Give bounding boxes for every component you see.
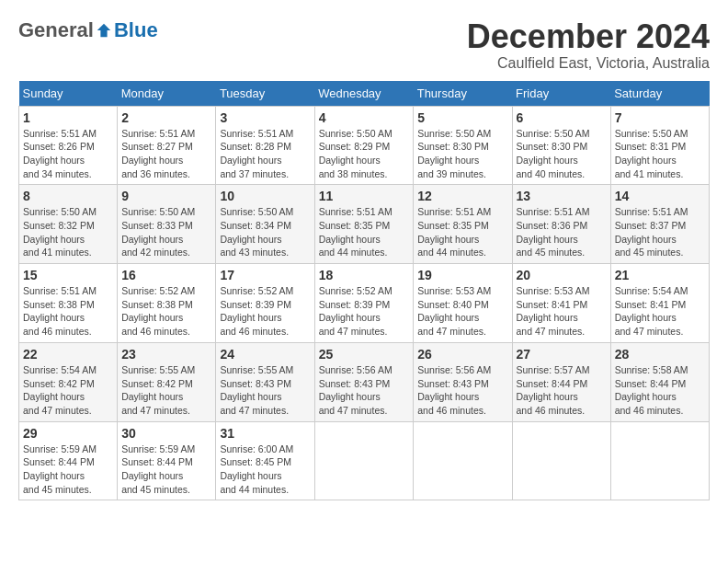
calendar-day-cell: 16 Sunrise: 5:52 AM Sunset: 8:38 PM Dayl… bbox=[118, 264, 216, 343]
day-number: 13 bbox=[517, 189, 607, 203]
day-number: 12 bbox=[417, 189, 507, 203]
calendar-day-cell: 23 Sunrise: 5:55 AM Sunset: 8:42 PM Dayl… bbox=[118, 342, 216, 421]
calendar-header-row: SundayMondayTuesdayWednesdayThursdayFrid… bbox=[19, 81, 710, 107]
day-info: Sunrise: 5:53 AM Sunset: 8:41 PM Dayligh… bbox=[517, 284, 607, 339]
calendar-week-row: 29 Sunrise: 5:59 AM Sunset: 8:44 PM Dayl… bbox=[19, 421, 710, 500]
calendar-day-cell bbox=[414, 421, 512, 500]
calendar-day-cell: 18 Sunrise: 5:52 AM Sunset: 8:39 PM Dayl… bbox=[314, 264, 414, 343]
calendar-day-cell: 21 Sunrise: 5:54 AM Sunset: 8:41 PM Dayl… bbox=[610, 264, 709, 343]
day-header: Monday bbox=[118, 81, 216, 107]
calendar-day-cell: 29 Sunrise: 5:59 AM Sunset: 8:44 PM Dayl… bbox=[19, 421, 118, 500]
day-number: 19 bbox=[417, 268, 507, 282]
day-info: Sunrise: 5:55 AM Sunset: 8:43 PM Dayligh… bbox=[220, 363, 310, 418]
day-info: Sunrise: 5:50 AM Sunset: 8:34 PM Dayligh… bbox=[220, 205, 310, 259]
day-number: 2 bbox=[121, 110, 211, 125]
calendar-day-cell: 9 Sunrise: 5:50 AM Sunset: 8:33 PM Dayli… bbox=[118, 185, 216, 264]
calendar-day-cell bbox=[314, 421, 414, 500]
svg-marker-0 bbox=[97, 24, 110, 37]
day-info: Sunrise: 5:52 AM Sunset: 8:39 PM Dayligh… bbox=[319, 284, 410, 339]
calendar-day-cell: 20 Sunrise: 5:53 AM Sunset: 8:41 PM Dayl… bbox=[512, 264, 610, 343]
day-info: Sunrise: 5:51 AM Sunset: 8:28 PM Dayligh… bbox=[220, 127, 310, 181]
calendar-day-cell: 19 Sunrise: 5:53 AM Sunset: 8:40 PM Dayl… bbox=[414, 264, 512, 343]
calendar-day-cell: 26 Sunrise: 5:56 AM Sunset: 8:43 PM Dayl… bbox=[414, 342, 512, 421]
calendar-day-cell: 27 Sunrise: 5:57 AM Sunset: 8:44 PM Dayl… bbox=[512, 342, 610, 421]
day-number: 10 bbox=[220, 189, 310, 203]
calendar-day-cell: 5 Sunrise: 5:50 AM Sunset: 8:30 PM Dayli… bbox=[414, 106, 512, 185]
day-number: 30 bbox=[121, 426, 211, 441]
day-info: Sunrise: 5:50 AM Sunset: 8:33 PM Dayligh… bbox=[121, 205, 211, 259]
day-info: Sunrise: 5:50 AM Sunset: 8:30 PM Dayligh… bbox=[517, 127, 607, 181]
calendar-week-row: 1 Sunrise: 5:51 AM Sunset: 8:26 PM Dayli… bbox=[19, 106, 710, 185]
page-header: General Blue December 2024 Caulfield Eas… bbox=[18, 18, 710, 72]
day-info: Sunrise: 5:58 AM Sunset: 8:44 PM Dayligh… bbox=[615, 363, 705, 418]
day-info: Sunrise: 5:52 AM Sunset: 8:38 PM Dayligh… bbox=[121, 284, 211, 339]
calendar-day-cell: 13 Sunrise: 5:51 AM Sunset: 8:36 PM Dayl… bbox=[512, 185, 610, 264]
calendar-week-row: 22 Sunrise: 5:54 AM Sunset: 8:42 PM Dayl… bbox=[19, 342, 710, 421]
day-info: Sunrise: 5:51 AM Sunset: 8:36 PM Dayligh… bbox=[517, 205, 607, 259]
calendar-day-cell: 7 Sunrise: 5:50 AM Sunset: 8:31 PM Dayli… bbox=[610, 106, 709, 185]
day-number: 3 bbox=[220, 110, 310, 125]
day-header: Saturday bbox=[610, 81, 709, 107]
day-info: Sunrise: 5:55 AM Sunset: 8:42 PM Dayligh… bbox=[121, 363, 211, 418]
day-number: 29 bbox=[23, 426, 113, 441]
day-number: 15 bbox=[23, 268, 113, 282]
day-info: Sunrise: 5:50 AM Sunset: 8:31 PM Dayligh… bbox=[615, 127, 705, 181]
day-number: 26 bbox=[417, 347, 507, 362]
calendar-day-cell: 1 Sunrise: 5:51 AM Sunset: 8:26 PM Dayli… bbox=[19, 106, 118, 185]
day-header: Wednesday bbox=[314, 81, 414, 107]
month-title: December 2024 bbox=[467, 18, 710, 55]
day-header: Tuesday bbox=[216, 81, 314, 107]
day-info: Sunrise: 5:56 AM Sunset: 8:43 PM Dayligh… bbox=[319, 363, 410, 418]
calendar-day-cell: 2 Sunrise: 5:51 AM Sunset: 8:27 PM Dayli… bbox=[118, 106, 216, 185]
logo-general-text: General bbox=[18, 18, 94, 42]
day-info: Sunrise: 5:54 AM Sunset: 8:41 PM Dayligh… bbox=[615, 284, 705, 339]
day-number: 28 bbox=[615, 347, 705, 362]
day-number: 1 bbox=[23, 110, 113, 125]
logo-icon bbox=[96, 22, 112, 39]
calendar-body: 1 Sunrise: 5:51 AM Sunset: 8:26 PM Dayli… bbox=[19, 106, 710, 500]
day-info: Sunrise: 5:51 AM Sunset: 8:35 PM Dayligh… bbox=[319, 205, 410, 259]
day-number: 11 bbox=[319, 189, 410, 203]
calendar-day-cell: 6 Sunrise: 5:50 AM Sunset: 8:30 PM Dayli… bbox=[512, 106, 610, 185]
calendar-day-cell: 30 Sunrise: 5:59 AM Sunset: 8:44 PM Dayl… bbox=[118, 421, 216, 500]
day-number: 14 bbox=[615, 189, 705, 203]
calendar-day-cell: 3 Sunrise: 5:51 AM Sunset: 8:28 PM Dayli… bbox=[216, 106, 314, 185]
day-info: Sunrise: 5:57 AM Sunset: 8:44 PM Dayligh… bbox=[517, 363, 607, 418]
calendar-day-cell: 25 Sunrise: 5:56 AM Sunset: 8:43 PM Dayl… bbox=[314, 342, 414, 421]
day-number: 23 bbox=[121, 347, 211, 362]
calendar-day-cell bbox=[512, 421, 610, 500]
day-number: 31 bbox=[220, 426, 310, 441]
day-number: 25 bbox=[319, 347, 410, 362]
calendar-day-cell: 10 Sunrise: 5:50 AM Sunset: 8:34 PM Dayl… bbox=[216, 185, 314, 264]
day-number: 20 bbox=[517, 268, 607, 282]
day-number: 9 bbox=[121, 189, 211, 203]
calendar-day-cell bbox=[610, 421, 709, 500]
logo-blue-text: Blue bbox=[114, 18, 158, 42]
day-number: 18 bbox=[319, 268, 410, 282]
calendar-day-cell: 8 Sunrise: 5:50 AM Sunset: 8:32 PM Dayli… bbox=[19, 185, 118, 264]
day-number: 5 bbox=[417, 110, 507, 125]
day-info: Sunrise: 5:51 AM Sunset: 8:38 PM Dayligh… bbox=[23, 284, 113, 339]
calendar-day-cell: 11 Sunrise: 5:51 AM Sunset: 8:35 PM Dayl… bbox=[314, 185, 414, 264]
day-info: Sunrise: 5:50 AM Sunset: 8:30 PM Dayligh… bbox=[417, 127, 507, 181]
calendar-day-cell: 15 Sunrise: 5:51 AM Sunset: 8:38 PM Dayl… bbox=[19, 264, 118, 343]
day-number: 6 bbox=[517, 110, 607, 125]
day-info: Sunrise: 5:51 AM Sunset: 8:35 PM Dayligh… bbox=[417, 205, 507, 259]
calendar-week-row: 15 Sunrise: 5:51 AM Sunset: 8:38 PM Dayl… bbox=[19, 264, 710, 343]
day-number: 17 bbox=[220, 268, 310, 282]
day-info: Sunrise: 5:52 AM Sunset: 8:39 PM Dayligh… bbox=[220, 284, 310, 339]
calendar-day-cell: 24 Sunrise: 5:55 AM Sunset: 8:43 PM Dayl… bbox=[216, 342, 314, 421]
day-info: Sunrise: 5:56 AM Sunset: 8:43 PM Dayligh… bbox=[417, 363, 507, 418]
calendar-day-cell: 28 Sunrise: 5:58 AM Sunset: 8:44 PM Dayl… bbox=[610, 342, 709, 421]
day-info: Sunrise: 5:51 AM Sunset: 8:37 PM Dayligh… bbox=[615, 205, 705, 259]
day-info: Sunrise: 5:59 AM Sunset: 8:44 PM Dayligh… bbox=[121, 442, 211, 497]
day-number: 27 bbox=[517, 347, 607, 362]
day-number: 7 bbox=[615, 110, 705, 125]
day-info: Sunrise: 5:50 AM Sunset: 8:32 PM Dayligh… bbox=[23, 205, 113, 259]
day-info: Sunrise: 5:59 AM Sunset: 8:44 PM Dayligh… bbox=[23, 442, 113, 497]
day-number: 8 bbox=[23, 189, 113, 203]
calendar-day-cell: 14 Sunrise: 5:51 AM Sunset: 8:37 PM Dayl… bbox=[610, 185, 709, 264]
day-header: Thursday bbox=[414, 81, 512, 107]
calendar-day-cell: 12 Sunrise: 5:51 AM Sunset: 8:35 PM Dayl… bbox=[414, 185, 512, 264]
day-info: Sunrise: 5:51 AM Sunset: 8:27 PM Dayligh… bbox=[121, 127, 211, 181]
